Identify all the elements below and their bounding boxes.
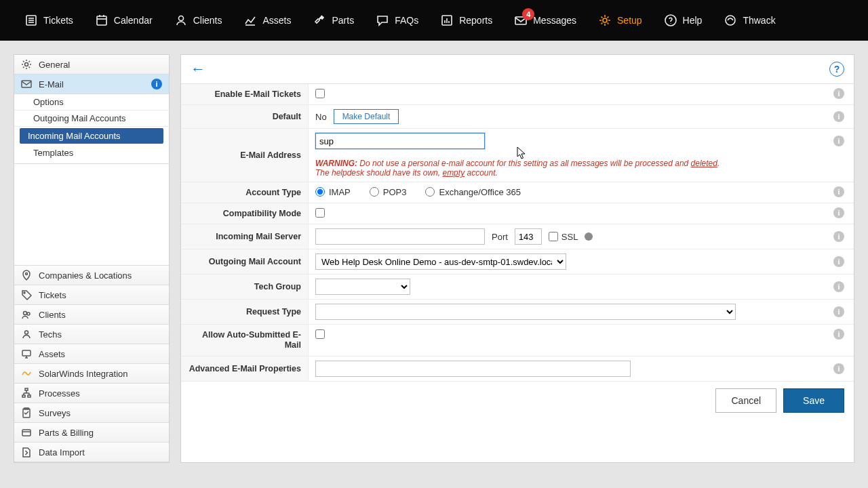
sidebar-item-parts-billing[interactable]: Parts & Billing	[14, 423, 169, 443]
user-icon	[174, 14, 188, 27]
row-tech-group: Tech Group i	[181, 274, 854, 300]
svg-point-23	[24, 312, 27, 315]
nav-reports[interactable]: Reports	[429, 0, 503, 41]
nav-label: Thwack	[743, 15, 775, 26]
clipboard-icon	[21, 407, 32, 418]
svg-rect-38	[22, 430, 31, 436]
request-type-select[interactable]	[315, 304, 736, 320]
auto-submitted-checkbox[interactable]	[315, 329, 325, 339]
port-label: Port	[492, 232, 508, 242]
svg-point-24	[27, 312, 30, 315]
nav-clients[interactable]: Clients	[163, 0, 233, 41]
outgoing-account-select[interactable]: Web Help Desk Online Demo - aus-dev-smtp…	[315, 253, 566, 270]
info-icon[interactable]: i	[833, 186, 844, 197]
nav-setup[interactable]: Setup	[587, 0, 653, 41]
info-icon[interactable]: i	[833, 329, 844, 340]
wrench-icon	[313, 14, 326, 27]
sidebar-label: Parts & Billing	[39, 428, 94, 438]
exchange-radio[interactable]	[425, 187, 435, 197]
sidebar-item-general[interactable]: General	[14, 55, 169, 75]
calendar-icon	[95, 14, 108, 27]
svg-point-19	[25, 63, 28, 66]
info-icon[interactable]: i	[833, 136, 844, 146]
sidebar-item-tickets[interactable]: Tickets	[14, 285, 169, 305]
tech-group-select[interactable]	[315, 279, 410, 295]
info-icon[interactable]: i	[833, 111, 844, 122]
svg-rect-31	[28, 395, 31, 397]
imap-radio[interactable]	[315, 187, 325, 197]
info-icon[interactable]: i	[833, 363, 844, 374]
tag-icon	[21, 289, 32, 300]
nav-messages[interactable]: 4 Messages	[503, 0, 587, 41]
svg-point-22	[24, 292, 25, 293]
svg-rect-30	[22, 395, 25, 397]
help-icon	[664, 14, 677, 27]
nav-label: Assets	[262, 15, 291, 26]
sidebar-item-assets[interactable]: Assets	[14, 344, 169, 364]
nav-label: FAQs	[395, 15, 418, 26]
solarwinds-icon	[21, 368, 32, 379]
enable-email-checkbox[interactable]	[315, 89, 325, 98]
email-address-input[interactable]	[315, 133, 485, 149]
label-outgoing-account: Outgoing Mail Account	[181, 249, 309, 274]
nav-assets[interactable]: Assets	[233, 0, 302, 41]
info-icon[interactable]: i	[833, 306, 844, 317]
sidebar-item-techs[interactable]: Techs	[14, 325, 169, 344]
back-arrow-icon[interactable]: ←	[191, 60, 205, 78]
info-icon[interactable]: i	[833, 256, 844, 267]
sidebar-item-data-import[interactable]: Data Import	[14, 443, 169, 462]
label-email-address: E-Mail Address	[181, 129, 309, 182]
mail-icon	[21, 79, 32, 89]
nav-thwack[interactable]: Thwack	[713, 0, 786, 41]
cancel-button[interactable]: Cancel	[715, 388, 776, 413]
svg-rect-26	[22, 350, 31, 356]
monitor-icon	[21, 348, 32, 359]
top-nav: Tickets Calendar Clients Assets Parts FA…	[0, 0, 868, 41]
row-email-address: E-Mail Address i WARNING: Do not use a p…	[181, 129, 854, 182]
form-footer: Cancel Save	[181, 382, 854, 420]
info-icon[interactable]: i	[833, 88, 844, 99]
row-advanced: Advanced E-Mail Properties i	[181, 357, 854, 382]
nav-label: Tickets	[43, 15, 73, 26]
pop3-radio[interactable]	[370, 187, 379, 197]
nav-parts[interactable]: Parts	[302, 0, 365, 41]
help-icon[interactable]: ?	[829, 62, 844, 77]
main-header: ← ?	[181, 55, 854, 84]
nav-faqs[interactable]: FAQs	[365, 0, 429, 41]
sidebar-item-companies[interactable]: Companies & Locations	[14, 266, 169, 285]
make-default-button[interactable]: Make Default	[334, 109, 399, 124]
info-icon[interactable]: i	[833, 281, 844, 292]
card-icon	[21, 427, 32, 438]
ssl-checkbox[interactable]	[549, 232, 558, 241]
save-button[interactable]: Save	[783, 388, 844, 413]
sidebar-sub-templates[interactable]: Templates	[14, 145, 169, 164]
sidebar-item-processes[interactable]: Processes	[14, 384, 169, 403]
sidebar-sub-outgoing[interactable]: Outgoing Mail Accounts	[14, 110, 169, 127]
nav-label: Messages	[533, 15, 576, 26]
sidebar-sub-options[interactable]: Options	[14, 94, 169, 110]
advanced-input[interactable]	[315, 361, 631, 377]
sidebar-spacer	[14, 164, 169, 266]
tree-icon	[21, 388, 32, 399]
label-incoming-server: Incoming Mail Server	[181, 224, 309, 249]
nav-label: Parts	[332, 15, 354, 26]
sidebar-item-clients[interactable]: Clients	[14, 305, 169, 325]
nav-help[interactable]: Help	[653, 0, 713, 41]
compat-checkbox[interactable]	[315, 208, 325, 218]
main-panel: ← ? Enable E-Mail Tickets i Default No M…	[180, 54, 854, 463]
users-icon	[21, 309, 32, 320]
sidebar-item-surveys[interactable]: Surveys	[14, 403, 169, 423]
info-icon[interactable]: i	[833, 231, 844, 242]
sidebar-item-email[interactable]: E-Mail i	[14, 75, 169, 94]
nav-calendar[interactable]: Calendar	[84, 0, 163, 41]
sidebar-label: Processes	[39, 388, 80, 399]
incoming-server-input[interactable]	[315, 228, 485, 245]
svg-point-15	[603, 18, 607, 22]
port-input[interactable]	[515, 228, 542, 245]
sidebar-item-solarwinds[interactable]: SolarWinds Integration	[14, 364, 169, 384]
sidebar-sub-incoming[interactable]: Incoming Mail Accounts	[20, 128, 163, 144]
nav-tickets[interactable]: Tickets	[14, 0, 84, 41]
info-icon[interactable]: i	[833, 207, 844, 218]
sidebar-label: General	[39, 60, 70, 70]
row-account-type: Account Type IMAP POP3 Exchange/Office 3…	[181, 182, 854, 203]
